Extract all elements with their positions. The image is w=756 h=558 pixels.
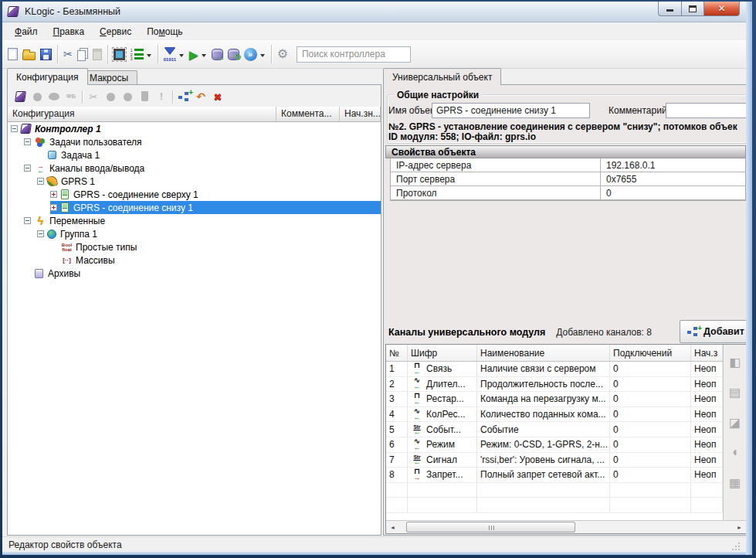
tree-row[interactable]: Задача 1	[8, 148, 381, 162]
new-project-button[interactable]	[5, 47, 20, 61]
toolbar-separator	[107, 45, 108, 63]
tree-row[interactable]: [··]Массивы	[8, 253, 381, 267]
tree-header-column-2[interactable]: Нач.зн...	[340, 107, 381, 122]
settings-button[interactable]: ⚙	[275, 47, 290, 61]
expander-icon[interactable]	[24, 138, 31, 145]
expander-icon[interactable]	[11, 125, 18, 132]
horizontal-scrollbar[interactable]	[386, 520, 746, 533]
dropdown-caret-icon[interactable]	[179, 54, 184, 60]
channel-row[interactable]: 7Str←Сигнал'rssi,ber': Уровень сигнала, …	[386, 453, 723, 468]
dropdown-caret-icon[interactable]	[202, 54, 206, 60]
edit-object-button[interactable]	[12, 89, 29, 104]
copy-button[interactable]	[75, 47, 90, 62]
tab-universal-object[interactable]: Универсальный объект	[383, 68, 501, 85]
dropdown-caret-icon[interactable]	[260, 54, 265, 60]
property-row[interactable]: IP-адрес сервера192.168.0.1	[391, 158, 745, 172]
menu-item-service[interactable]: Сервис	[92, 24, 139, 39]
add-fb-icon: ФБ	[66, 94, 76, 100]
dropdown-caret-icon[interactable]	[147, 54, 151, 60]
tree-row[interactable]: BoolfloatПростые типы	[8, 240, 381, 253]
tree-row[interactable]: GPRS - соединение снизу 1	[8, 201, 381, 214]
channel-header-0[interactable]: №	[386, 345, 408, 361]
tab-configuration[interactable]: Конфигурация	[7, 68, 88, 85]
controller-button[interactable]	[111, 48, 127, 61]
object-alert-button[interactable]: !	[153, 89, 170, 104]
tree-row[interactable]: Контроллер 1	[8, 122, 381, 135]
tree-header-column-1[interactable]: Коммента...	[276, 107, 340, 122]
object-name-field[interactable]	[432, 103, 590, 118]
expander-icon[interactable]	[24, 165, 31, 172]
undo-channels-button[interactable]: ↶	[192, 89, 209, 104]
channel-code-text: Событ...	[426, 424, 461, 435]
add-object-button[interactable]	[29, 89, 46, 104]
restore-button[interactable]	[682, 2, 704, 16]
tree-row[interactable]: ϟПеременные	[8, 214, 381, 227]
search-input[interactable]	[297, 46, 411, 63]
channel-list-button[interactable]	[127, 48, 154, 60]
channel-grid-button[interactable]: ▦	[726, 473, 744, 492]
channel-header-4[interactable]: Нач.з	[691, 345, 723, 361]
expander-icon[interactable]	[24, 217, 31, 224]
channel-row[interactable]: 5Str←Событ...Событие0Неоп	[386, 422, 723, 437]
copy-object-button[interactable]	[102, 89, 119, 104]
expander-icon[interactable]	[37, 230, 44, 237]
titlebar[interactable]: KLogic - Безымянный	[2, 2, 746, 22]
comment-field[interactable]	[666, 103, 746, 118]
add-child-object-button[interactable]	[46, 89, 63, 104]
expander-icon[interactable]	[50, 191, 57, 198]
tree-row[interactable]: GPRS - соединение сверху 1	[8, 188, 381, 201]
open-project-button[interactable]	[20, 48, 38, 61]
tree-row[interactable]: →←Каналы ввода/вывода	[8, 162, 381, 175]
load-to-controller-button[interactable]: 01011	[161, 46, 187, 63]
property-value[interactable]: 0x7655	[601, 172, 745, 185]
minimize-button[interactable]	[658, 2, 682, 16]
tab-macros[interactable]: Макросы	[80, 70, 137, 84]
paste-button[interactable]	[90, 48, 104, 61]
delete-object-button[interactable]: ✖	[209, 89, 226, 104]
start-controller-button[interactable]: ▶	[187, 48, 209, 61]
channel-header-2[interactable]: Наименование	[477, 345, 610, 361]
cut-button[interactable]: ✂	[61, 48, 75, 60]
channel-header-3[interactable]: Подключений	[610, 345, 691, 361]
cut-object-button[interactable]: ✂	[85, 89, 102, 104]
channel-header-1[interactable]: Шифр	[408, 345, 477, 361]
tree-header-column-0[interactable]: Конфигурация	[8, 107, 276, 122]
property-value[interactable]: 0	[601, 186, 745, 199]
add-fb-button[interactable]: ФБ	[63, 89, 80, 104]
expander-icon[interactable]	[37, 178, 44, 185]
tree-row[interactable]: Задачи пользователя	[8, 135, 381, 148]
add-channels-tree-button[interactable]	[175, 89, 192, 104]
export-database-button[interactable]: →	[209, 48, 225, 61]
property-row[interactable]: Порт сервера0x7655	[391, 172, 745, 186]
menu-item-edit[interactable]: Правка	[46, 24, 93, 39]
channel-row[interactable]: 1⊓←СвязьНаличие связи с сервером0Неоп	[386, 362, 723, 377]
tree-row[interactable]: GPRS 1	[8, 175, 381, 188]
expander-icon[interactable]	[50, 204, 57, 211]
tree-row[interactable]: Группа 1	[8, 227, 381, 240]
transfer-channel-button[interactable]: ◪	[726, 413, 744, 431]
menu-item-file[interactable]: Файл	[7, 24, 46, 39]
move-to-trash-button[interactable]	[136, 89, 153, 104]
clear-channel-button[interactable]: ◖	[726, 443, 744, 461]
sync-database-button[interactable]: ↻	[225, 48, 242, 61]
add-channel-button[interactable]: Добавит	[680, 320, 746, 343]
toolbar-separator	[158, 45, 158, 63]
tree-row[interactable]: Архивы	[8, 267, 381, 280]
close-button[interactable]	[704, 2, 740, 16]
property-value[interactable]: 192.168.0.1	[601, 158, 745, 172]
channel-row[interactable]: 2∿←Длител...Продолжительность после...0Н…	[386, 377, 723, 393]
scrollbar-thumb[interactable]	[406, 522, 575, 532]
channel-row[interactable]: 4∿←КолРес...Количество поданных кома...0…	[386, 407, 723, 423]
channel-row[interactable]: 8⊓→Запрет...Полный запрет сетевой акт...…	[386, 468, 723, 483]
scroll-left-button[interactable]	[386, 521, 399, 533]
record-channel-button[interactable]: ▤	[726, 383, 744, 401]
connect-channel-button[interactable]: ◧	[726, 352, 744, 371]
channel-row[interactable]: 6∿←РежимРежим: 0-CSD, 1-GPRS, 2-н...0Нео…	[386, 437, 723, 453]
property-row[interactable]: Протокол0	[391, 186, 745, 200]
fast-run-button[interactable]: »	[242, 47, 268, 62]
save-project-button[interactable]	[38, 48, 54, 61]
channel-row[interactable]: 3⊓←Рестар...Команда на перезагрузку м...…	[386, 392, 723, 407]
menu-item-help[interactable]: Помощь	[139, 24, 190, 39]
paste-object-button[interactable]	[119, 89, 136, 104]
scroll-right-button[interactable]	[733, 521, 746, 533]
